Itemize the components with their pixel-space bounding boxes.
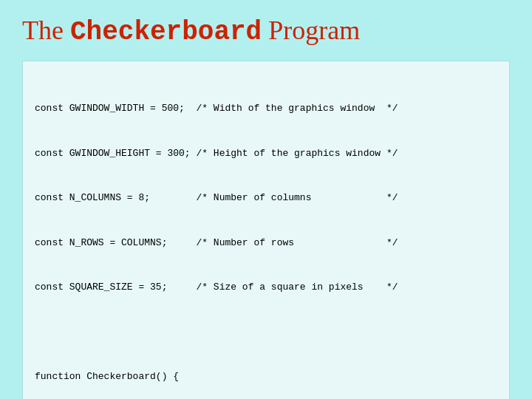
code-line-4: const N_ROWS = COLUMNS; /* Number of row… bbox=[35, 236, 497, 250]
code-line-blank1 bbox=[35, 324, 497, 339]
code-line-1: const GWINDOW_WIDTH = 500; /* Width of t… bbox=[35, 101, 497, 116]
title-prefix: The bbox=[22, 16, 70, 45]
code-block: const GWINDOW_WIDTH = 500; /* Width of t… bbox=[22, 61, 510, 399]
page-container: The Checkerboard Program const GWINDOW_W… bbox=[0, 0, 532, 399]
code-line-2: const GWINDOW_HEIGHT = 300; /* Height of… bbox=[35, 146, 497, 161]
page-title: The Checkerboard Program bbox=[22, 15, 510, 47]
code-line-3: const N_COLUMNS = 8; /* Number of column… bbox=[35, 191, 497, 205]
title-suffix: Program bbox=[262, 16, 360, 45]
title-mono: Checkerboard bbox=[70, 17, 262, 47]
code-line-5: const SQUARE_SIZE = 35; /* Size of a squ… bbox=[35, 280, 497, 295]
code-line-6: function Checkerboard() { bbox=[35, 369, 497, 384]
